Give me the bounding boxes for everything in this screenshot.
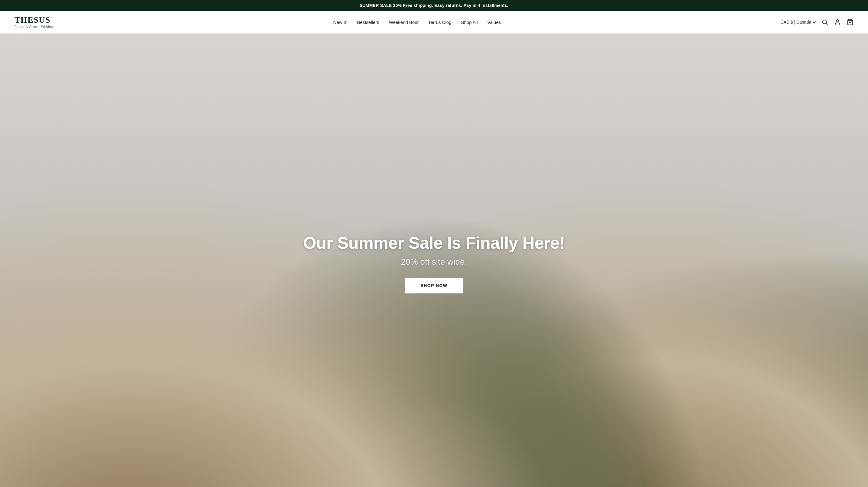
hero-subtitle: 20% off site wide. [303, 257, 565, 267]
cart-button[interactable] [847, 19, 854, 25]
account-button[interactable] [834, 19, 841, 25]
search-button[interactable] [822, 19, 828, 25]
nav-item-bestsellers[interactable]: Bestsellers [357, 20, 379, 25]
shop-now-button[interactable]: SHOP NOW [405, 278, 463, 293]
nav-item-values[interactable]: Values [488, 20, 501, 25]
hero-section: Our Summer Sale Is Finally Here! 20% off… [0, 34, 868, 487]
nav-item-new-in[interactable]: New In [333, 20, 347, 25]
currency-selector[interactable]: CAD $ | Canada [780, 20, 815, 25]
nav-item-weekend-boot[interactable]: Weekend Boot [389, 20, 418, 25]
search-icon [822, 19, 828, 25]
cart-icon [847, 19, 854, 25]
account-icon [834, 19, 841, 25]
announcement-text: SUMMER SALE 20% Free shipping. Easy retu… [360, 3, 509, 8]
currency-label: CAD $ | Canada [780, 20, 811, 25]
nav-item-shop-all[interactable]: Shop All [461, 20, 477, 25]
nav-item-terrus-clog[interactable]: Terrus Clog [428, 20, 452, 25]
hero-title: Our Summer Sale Is Finally Here! [303, 233, 565, 252]
site-header: THESUS Formerly Alice + Whittles New In … [0, 11, 868, 34]
logo[interactable]: THESUS Formerly Alice + Whittles [14, 16, 54, 28]
main-navigation: New In Bestsellers Weekend Boot Terrus C… [333, 20, 501, 25]
logo-subtitle: Formerly Alice + Whittles [14, 25, 54, 28]
svg-line-1 [826, 23, 828, 25]
svg-point-2 [836, 20, 838, 22]
header-right-controls: CAD $ | Canada [780, 19, 854, 25]
logo-name: THESUS [14, 16, 51, 24]
hero-content: Our Summer Sale Is Finally Here! 20% off… [291, 222, 577, 306]
chevron-down-icon [813, 20, 815, 25]
announcement-bar: SUMMER SALE 20% Free shipping. Easy retu… [0, 0, 868, 11]
